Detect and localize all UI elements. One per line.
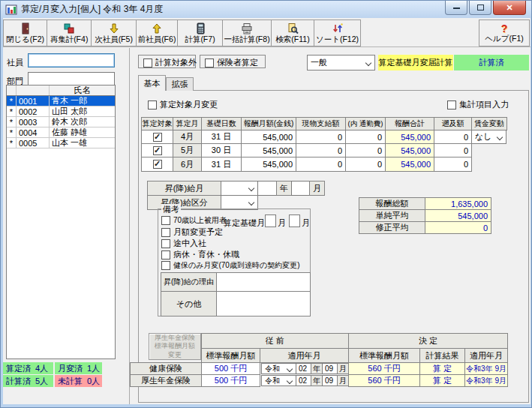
year-suffix: 年 [276, 181, 292, 196]
list-item[interactable]: * 0001 青木 一郎 [7, 96, 115, 106]
over70-checkbox[interactable]: 70歳以上被用者 [161, 215, 227, 226]
calculate-button[interactable]: 計算(F7) [177, 20, 223, 46]
era-select[interactable]: 令和 [261, 363, 296, 374]
col-header: 報酬月額(金銭) [241, 117, 296, 130]
other-input[interactable] [216, 291, 311, 316]
applied-year-input[interactable] [296, 363, 311, 374]
pension-amount-change-button[interactable]: 厚生年金保険 標準報酬月額 変更 [149, 333, 201, 360]
wage-change-select[interactable]: なし [471, 130, 506, 144]
raise-reason-input[interactable] [216, 272, 311, 292]
close-button[interactable]: ✕ [493, 1, 526, 15]
exclude-checkbox[interactable]: 計算対象外 [143, 57, 197, 68]
tab-extended[interactable]: 拡張 [166, 77, 194, 91]
printer-icon [241, 22, 253, 34]
applied-year-input[interactable] [296, 375, 311, 386]
retro-cell[interactable]: 0 [434, 143, 472, 158]
base-days-cell[interactable]: 31 日 [201, 130, 242, 144]
raise-month-select[interactable] [221, 181, 258, 196]
list-item[interactable]: * 0003 鈴木 次郎 [7, 117, 115, 128]
remarks-title: 備考 [161, 204, 181, 215]
checked-checkbox[interactable] [153, 160, 162, 169]
salary-cell[interactable]: 545,000 [241, 157, 296, 172]
batch-calculate-button[interactable]: 一括計算(F8) [222, 20, 272, 46]
in-kind-cell[interactable]: 0 [296, 157, 346, 172]
insurer-checkbox[interactable]: 保険者算定 [205, 57, 258, 68]
sub-header: 標準報酬月額 [348, 348, 420, 363]
employee-code-input[interactable] [28, 53, 115, 68]
col-header: 遡及額 [434, 117, 472, 130]
commute-cell[interactable]: 0 [345, 130, 386, 144]
other-label: その他 [161, 291, 217, 316]
raise-year-input[interactable] [257, 181, 277, 196]
assess-target-cell [141, 143, 173, 158]
base-month-input-1[interactable] [265, 214, 276, 227]
col-header: 賃金変動 [471, 117, 507, 130]
commute-cell[interactable]: 0 [345, 157, 386, 172]
prev-employee-button[interactable]: 前社員(F6) [136, 20, 178, 46]
plan-change-checkbox[interactable]: 月額変更予定 [161, 226, 223, 238]
checkbox [161, 239, 170, 248]
commute-cell[interactable]: 0 [345, 143, 386, 158]
recalc-icon [63, 22, 75, 34]
chevron-down-icon [497, 134, 503, 140]
chevron-down-icon [248, 185, 254, 191]
search-button[interactable]: 検索(F11) [271, 20, 314, 46]
salary-cell[interactable]: 545,000 [241, 143, 296, 158]
summary-value: 0 [425, 221, 491, 234]
employee-list: 氏名 * 0001 青木 一郎 * 0002 山田 太郎 * 0003 鈴木 次… [6, 85, 116, 359]
kenpo-only-checkbox[interactable]: 健保のみ月変(70歳到達時の契約変更) [161, 260, 300, 271]
base-month-label: 算定基礎月 [224, 218, 265, 229]
category-select[interactable]: 一般 [307, 55, 375, 70]
raise-month-input[interactable] [291, 181, 310, 196]
checked-checkbox[interactable] [153, 133, 162, 142]
chevron-down-icon [287, 365, 293, 371]
col-header: 基礎日数 [201, 117, 242, 130]
raise-reason-label: 昇(降)給の理由 [161, 272, 217, 292]
help-icon: ? [501, 23, 508, 34]
applied-date: 令和3年 9月 [464, 374, 508, 387]
retro-cell[interactable]: 0 [434, 157, 472, 172]
help-button[interactable]: ? ヘルプ(F1) [479, 20, 530, 46]
checkbox [161, 228, 170, 237]
base-month-input-2[interactable] [289, 214, 300, 227]
target-month-change-checkbox[interactable]: 算定対象月変更 [148, 99, 218, 110]
recalc-button[interactable]: 再集計(F4) [47, 20, 92, 46]
applied-month-input[interactable] [322, 375, 338, 386]
list-item[interactable]: * 0005 山本 一雄 [7, 138, 115, 148]
applied-month-input[interactable] [322, 363, 338, 374]
maximize-button[interactable] [469, 1, 491, 15]
base-days-cell[interactable]: 31 日 [201, 157, 242, 172]
era-select[interactable]: 令和 [261, 375, 296, 386]
retro-cell[interactable]: 0 [434, 130, 472, 144]
year-suffix: 年 [311, 363, 323, 374]
list-item[interactable]: * 0002 山田 太郎 [7, 106, 115, 117]
sort-button[interactable]: ソート(F12) [314, 20, 361, 46]
summary-value: 545,000 [425, 209, 491, 222]
col-header: 報酬合計 [385, 117, 434, 130]
maximize-icon [477, 4, 484, 10]
list-item[interactable]: * 0004 佐藤 静雄 [7, 128, 115, 138]
aggregate-input-checkbox[interactable]: 集計項目入力 [447, 99, 509, 110]
in-kind-cell[interactable]: 0 [296, 143, 346, 158]
salary-cell[interactable]: 545,000 [241, 130, 296, 144]
status-calculated: 計算済5人 [3, 375, 53, 387]
tab-basic[interactable]: 基本 [138, 75, 166, 91]
month-suffix: 月 [302, 218, 310, 229]
raise-kind-select[interactable] [221, 195, 258, 210]
in-kind-cell[interactable]: 0 [296, 130, 346, 144]
midway-join-checkbox[interactable]: 途中入社 [161, 238, 206, 249]
checkbox [148, 100, 157, 110]
calc-result: 算 定 [419, 374, 465, 387]
month-suffix: 月 [278, 218, 286, 229]
close-form-button[interactable]: 閉じる(F2) [3, 20, 47, 46]
total-cell: 545,000 [385, 157, 434, 172]
assess-target-cell [141, 130, 173, 144]
checked-checkbox[interactable] [153, 146, 162, 155]
checkbox [161, 261, 170, 270]
summary-label: 報酬総額 [359, 197, 425, 210]
next-employee-button[interactable]: 次社員(F5) [91, 20, 137, 46]
leave-checkbox[interactable]: 病休・育休・休職 [161, 249, 239, 260]
month-suffix: 月 [337, 375, 349, 386]
minimize-button[interactable] [445, 1, 467, 15]
base-days-cell[interactable]: 30 日 [201, 143, 242, 158]
